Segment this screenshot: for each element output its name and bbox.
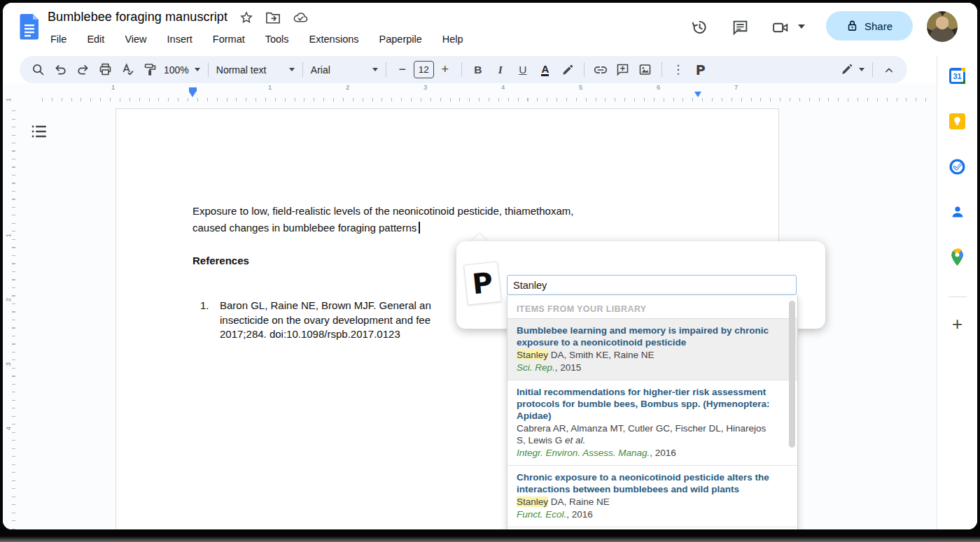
screen: Bumblebee foraging manuscript File Edit … [0,0,980,542]
result-title: Chronic exposure to a neonicotinoid pest… [517,471,776,495]
ruler-number: 4 [4,427,12,430]
add-comment-icon[interactable] [614,60,632,80]
right-indent-marker[interactable] [694,92,701,97]
search-menus-icon[interactable] [29,60,47,80]
get-add-ons-icon[interactable]: + [952,317,962,331]
cloud-saved-icon[interactable] [293,10,309,24]
insert-link-icon[interactable] [592,60,610,80]
bold-button[interactable]: B [469,60,487,80]
citation-result-item[interactable]: Initial recommendations for higher-tier … [507,380,797,465]
chevron-down-icon [195,68,200,71]
move-to-folder-icon[interactable] [265,10,281,24]
google-docs-logo[interactable] [20,13,39,40]
highlight-color-icon[interactable] [559,60,577,80]
share-button-label: Share [864,20,892,32]
menu-extensions[interactable]: Extensions [308,32,360,46]
version-history-icon[interactable] [689,17,710,38]
share-button[interactable]: Share [826,11,913,41]
font-size-decrease-icon[interactable]: − [393,60,412,80]
citation-result-item-partial[interactable] [507,527,797,529]
editing-mode-select[interactable] [837,63,867,76]
menu-tools[interactable]: Tools [264,32,290,46]
google-maps-icon[interactable] [948,248,967,266]
paragraph-line: caused changes in bumblebee foraging pat… [192,222,416,234]
ruler-number: 7 [734,83,738,91]
result-journal: Funct. Ecol., 2016 [517,508,776,520]
calendar-day: 31 [951,71,963,82]
document-title[interactable]: Bumblebee foraging manuscript [48,10,227,24]
user-avatar[interactable] [927,11,958,42]
result-journal: Sci. Rep., 2015 [517,362,776,373]
italic-button[interactable]: I [491,60,510,80]
text-color-button[interactable]: A [536,60,554,80]
search-match-highlight: Stanley [517,350,548,360]
document-paragraph[interactable]: Exposure to low, field-realistic levels … [192,203,682,236]
side-panel-divider [948,297,967,297]
reference-item[interactable]: 1. Baron GL, Raine NE, Brown MJF. Genera… [200,299,472,342]
reference-line: Baron GL, Raine NE, Brown MJF. General a… [220,299,431,311]
journal-name: Funct. Ecol. [517,509,566,520]
meet-video-icon[interactable] [770,17,791,38]
menu-edit[interactable]: Edit [85,32,106,46]
dropdown-scrollbar[interactable] [789,301,795,448]
result-authors: Stanley DA, Smith KE, Raine NE [517,349,776,361]
citation-result-item[interactable]: Bumblebee learning and memory is impaire… [507,318,797,380]
lock-icon [846,20,858,32]
document-outline-icon[interactable] [31,124,48,139]
insert-image-icon[interactable] [636,60,654,80]
toolbar-divider [208,62,209,77]
font-select[interactable]: Arial [308,64,381,76]
menu-file[interactable]: File [49,32,68,46]
spelling-check-icon[interactable] [118,60,136,80]
comments-icon[interactable] [729,17,750,38]
authors-text: Cabrera AR, Almanza MT, Cutler GC, Fisch… [517,423,766,445]
menu-format[interactable]: Format [211,32,246,46]
font-size-increase-icon[interactable]: + [436,60,454,80]
references-heading[interactable]: References [192,255,249,266]
toolbar-divider [872,62,873,77]
undo-icon[interactable] [51,60,69,80]
vertical-ruler[interactable] [6,101,15,529]
toolbar-divider [386,62,386,77]
paperpile-toolbar-button[interactable]: P [692,60,710,80]
toolbar-divider [302,62,303,77]
underline-button[interactable]: U [514,60,532,80]
menubar: File Edit View Insert Format Tools Exten… [49,32,465,46]
screen-edge [0,536,980,542]
reference-number: 1. [200,299,220,342]
zoom-value: 100% [164,64,189,76]
reference-line: 2017;284. doi:10.1098/rspb.2017.0123 [220,328,400,340]
star-icon[interactable] [239,10,253,24]
menu-insert[interactable]: Insert [166,32,194,46]
menu-paperpile[interactable]: Paperpile [378,32,424,46]
more-options-button[interactable]: ⋮ [669,60,687,80]
authors-etal: et al. [565,435,585,445]
font-size-input[interactable]: 12 [414,61,434,78]
citation-search-input[interactable] [507,275,797,295]
styles-select[interactable]: Normal text [214,64,298,76]
paint-format-icon[interactable] [141,60,159,80]
journal-name: Sci. Rep. [517,362,555,373]
citation-result-item[interactable]: Chronic exposure to a neonicotinoid pest… [507,465,797,527]
google-tasks-icon[interactable] [948,157,967,176]
journal-year: , 2016 [650,448,676,458]
google-contacts-icon[interactable] [948,203,967,221]
collapse-toolbar-icon[interactable] [880,60,898,80]
horizontal-ruler[interactable] [42,89,930,101]
chevron-down-icon [289,68,295,71]
google-keep-icon[interactable] [948,112,967,130]
ruler-number: 1 [111,83,115,91]
print-icon[interactable] [96,60,114,80]
left-indent-marker[interactable] [189,92,196,97]
text-color-letter: A [541,64,549,76]
redo-icon[interactable] [74,60,92,80]
ruler-number: 6 [657,83,660,91]
ruler-number: 5 [579,83,582,91]
journal-year: , 2016 [566,509,593,520]
menu-help[interactable]: Help [441,32,465,46]
menu-view[interactable]: View [123,32,148,46]
meet-dropdown-caret[interactable] [798,24,805,29]
zoom-select[interactable]: 100% [161,64,203,76]
google-docs-window: Bumblebee foraging manuscript File Edit … [3,3,977,529]
google-calendar-icon[interactable]: 31 [948,66,967,85]
